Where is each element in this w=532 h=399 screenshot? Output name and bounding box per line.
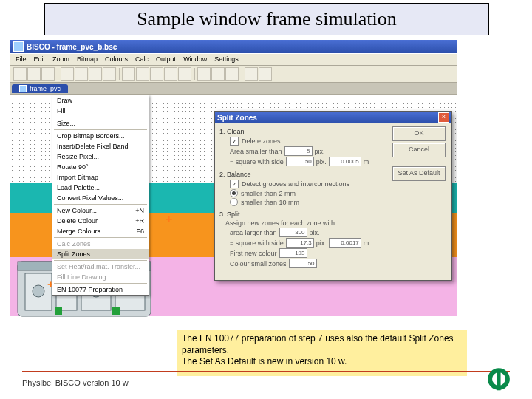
menu-item-label: Split Zones... bbox=[57, 250, 96, 258]
smaller-2mm-radio[interactable] bbox=[230, 189, 238, 197]
screenshot-area: BISCO - frame_pvc_b.bsc File Edit Zoom B… bbox=[10, 40, 457, 321]
unit-label: m bbox=[364, 158, 369, 166]
dialog-titlebar[interactable]: Split Zones × bbox=[215, 112, 451, 123]
menu-zoom[interactable]: Zoom bbox=[49, 54, 73, 65]
menu-item[interactable]: Draw bbox=[52, 95, 149, 106]
toolbar-button[interactable] bbox=[41, 67, 55, 81]
toolbar-button[interactable] bbox=[245, 67, 258, 81]
svg-rect-9 bbox=[112, 307, 120, 315]
menu-item-label: New Colour... bbox=[57, 207, 97, 214]
toolbar-button[interactable] bbox=[103, 67, 116, 81]
toolbar-button[interactable] bbox=[150, 67, 163, 81]
menu-separator bbox=[54, 117, 147, 117]
colour-small-zones-input[interactable]: 50 bbox=[289, 259, 317, 268]
slide-title: Sample window frame simulation bbox=[44, 3, 489, 35]
caption-line-1: The EN 10077 preparation of step 7 uses … bbox=[182, 333, 454, 355]
radio-label: smaller than 10 mm bbox=[241, 199, 299, 206]
field-label: area larger than bbox=[230, 229, 277, 236]
toolbar-button[interactable] bbox=[122, 67, 135, 81]
square-side-pix-input[interactable]: 50 bbox=[286, 157, 314, 166]
toolbar-button[interactable] bbox=[89, 67, 102, 81]
tab-label: frame_pvc bbox=[30, 85, 61, 92]
menu-separator bbox=[54, 237, 147, 238]
toolbar-button[interactable] bbox=[211, 67, 225, 81]
menu-item[interactable]: Load Palette... bbox=[52, 183, 149, 193]
menu-item-label: Rotate 90° bbox=[57, 163, 89, 171]
unit-label: m bbox=[364, 239, 369, 247]
detect-grooves-checkbox[interactable]: ✓ bbox=[230, 180, 239, 188]
menu-item-label: Crop Bitmap Borders... bbox=[57, 132, 125, 140]
menu-item: Set Heat/rad.mat. Transfer... bbox=[52, 262, 149, 272]
menu-item-label: Load Palette... bbox=[57, 184, 100, 191]
field-label: Colour small zones bbox=[230, 260, 287, 267]
toolbar-button[interactable] bbox=[178, 67, 191, 81]
set-as-default-button[interactable]: Set As Default bbox=[392, 166, 446, 181]
drawing-canvas[interactable]: + + DrawFillSize...Crop Bitmap Borders..… bbox=[10, 95, 457, 321]
menu-item-label: Set Heat/rad.mat. Transfer... bbox=[57, 263, 140, 270]
menu-item[interactable]: Crop Bitmap Borders... bbox=[52, 131, 149, 141]
toolbar-button[interactable] bbox=[259, 67, 272, 81]
toolbar-button[interactable] bbox=[27, 67, 41, 81]
toolbar-button[interactable] bbox=[75, 67, 88, 81]
area-smaller-input[interactable]: 5 bbox=[284, 146, 313, 156]
menu-item[interactable]: Delete Colour+R bbox=[52, 216, 149, 226]
toolbar-button[interactable] bbox=[225, 67, 239, 81]
menu-colours[interactable]: Colours bbox=[101, 54, 132, 65]
first-new-colour-input[interactable]: 193 bbox=[279, 248, 307, 258]
square-side-pix-input-2[interactable]: 17.3 bbox=[286, 238, 314, 248]
toolbar-button[interactable] bbox=[13, 67, 27, 81]
close-icon[interactable]: × bbox=[438, 112, 449, 123]
menu-item[interactable]: Resize Pixel... bbox=[52, 151, 149, 162]
menu-bitmap[interactable]: Bitmap bbox=[73, 54, 101, 65]
menu-edit[interactable]: Edit bbox=[30, 54, 50, 65]
dialog-title: Split Zones bbox=[217, 114, 257, 122]
unit-label: pix. bbox=[310, 229, 320, 236]
menu-item[interactable]: Convert Pixel Values... bbox=[52, 193, 149, 203]
menu-output[interactable]: Output bbox=[152, 54, 180, 65]
tab-icon bbox=[19, 85, 27, 92]
menu-item-label: Convert Pixel Values... bbox=[57, 194, 123, 202]
main-window-title: BISCO - frame_pvc_b.bsc bbox=[27, 43, 117, 51]
ok-button[interactable]: OK bbox=[392, 126, 446, 141]
menu-item[interactable]: Split Zones... bbox=[52, 249, 149, 259]
field-label: = square with side bbox=[230, 239, 284, 247]
footer-text: Physibel BISCO version 10 w bbox=[22, 378, 129, 387]
menu-settings[interactable]: Settings bbox=[211, 54, 242, 65]
square-side-m-input[interactable]: 0.0005 bbox=[329, 157, 361, 166]
smaller-10mm-radio[interactable] bbox=[230, 198, 238, 206]
menu-item[interactable]: Import Bitmap bbox=[52, 172, 149, 183]
menu-item-shortcut: +N bbox=[135, 207, 144, 214]
menu-calc[interactable]: Calc bbox=[132, 54, 152, 65]
document-tab[interactable]: frame_pvc bbox=[12, 84, 68, 93]
delete-zones-checkbox[interactable]: ✓ bbox=[230, 137, 239, 146]
toolbar-button[interactable] bbox=[164, 67, 177, 81]
menu-file[interactable]: File bbox=[12, 54, 30, 65]
menu-item-label: Merge Colours bbox=[57, 228, 100, 235]
menu-item[interactable]: Fill bbox=[52, 106, 149, 116]
menu-item[interactable]: Size... bbox=[52, 118, 149, 129]
cancel-button[interactable]: Cancel bbox=[392, 143, 446, 157]
checkbox-label: Delete zones bbox=[242, 137, 281, 145]
menu-item[interactable]: EN 10077 Preparation bbox=[52, 284, 149, 295]
group-split: 3. Split Assign new zones for each zone … bbox=[219, 211, 447, 268]
menu-separator bbox=[54, 204, 147, 205]
slide-title-text: Sample window frame simulation bbox=[137, 8, 397, 30]
menu-item[interactable]: New Colour...+N bbox=[52, 205, 149, 216]
toolbar bbox=[10, 66, 457, 83]
menu-item: Fill Line Drawing bbox=[52, 272, 149, 282]
menu-item[interactable]: Insert/Delete Pixel Band bbox=[52, 141, 149, 151]
menu-window[interactable]: Window bbox=[180, 54, 211, 65]
area-larger-input[interactable]: 300 bbox=[279, 228, 307, 237]
toolbar-button[interactable] bbox=[136, 67, 149, 81]
square-side-m-input-2[interactable]: 0.0017 bbox=[329, 238, 361, 248]
toolbar-button[interactable] bbox=[61, 67, 74, 81]
dialog-body: OK Cancel Set As Default 1. Clean ✓ Dele… bbox=[215, 123, 451, 280]
toolbar-button[interactable] bbox=[197, 67, 211, 81]
menubar[interactable]: File Edit Zoom Bitmap Colours Calc Outpu… bbox=[10, 53, 457, 66]
menu-item[interactable]: Rotate 90° bbox=[52, 162, 149, 172]
menu-item-label: Fill bbox=[57, 107, 66, 115]
unit-label: pix. bbox=[316, 158, 327, 166]
field-label: = square with side bbox=[230, 158, 284, 166]
toolbar-separator bbox=[58, 68, 58, 80]
menu-item[interactable]: Merge ColoursF6 bbox=[52, 226, 149, 236]
